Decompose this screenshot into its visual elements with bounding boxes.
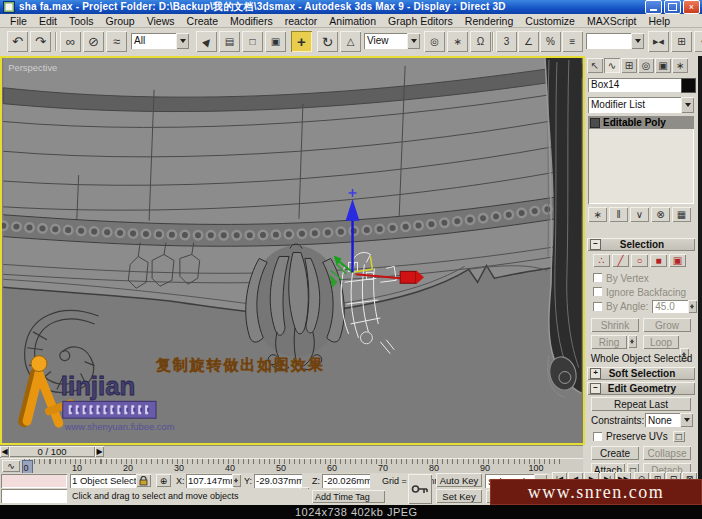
edit-geometry-rollout-header[interactable]: −Edit Geometry (587, 382, 695, 395)
preserve-uvs-checkbox[interactable]: Preserve UVs □ (593, 431, 685, 442)
y-coord-field[interactable]: -29.037mm (254, 474, 302, 488)
modifier-list-dropdown[interactable]: Modifier List (588, 97, 694, 113)
redo-icon[interactable]: ↷ (30, 31, 51, 52)
auto-key-button[interactable]: Auto Key (436, 473, 482, 487)
chevron-down-icon[interactable] (631, 33, 644, 49)
selection-lock-icon[interactable] (136, 474, 151, 487)
align-icon[interactable]: ⊞ (671, 31, 692, 52)
select-and-move-icon[interactable]: + (291, 31, 312, 52)
maxscript-mini-listener-pink[interactable] (1, 474, 67, 488)
unlink-selection-icon[interactable]: ⊘ (83, 31, 104, 52)
repeat-last-button[interactable]: Repeat Last (591, 397, 691, 411)
soft-selection-rollout-header[interactable]: +Soft Selection (587, 367, 695, 380)
collapse-button[interactable]: Collapse (643, 446, 691, 460)
polygon-mode-icon[interactable]: ■ (650, 254, 667, 267)
chevron-down-icon[interactable] (407, 33, 420, 49)
tab-hierarchy-icon[interactable]: ⊞ (621, 58, 637, 73)
menu-help[interactable]: Help (643, 15, 677, 27)
viewport-label[interactable]: Perspective (8, 62, 57, 73)
menu-create[interactable]: Create (181, 15, 225, 27)
time-slider-handle[interactable]: 0 / 100 (9, 446, 95, 457)
chevron-down-icon[interactable] (176, 33, 189, 49)
element-mode-icon[interactable]: ▣ (669, 254, 686, 267)
time-slider[interactable]: ◀ 0 / 100 ▶ (0, 445, 583, 458)
z-coord-field[interactable]: -20.026mm (322, 474, 370, 488)
object-name-input[interactable]: Box14 (588, 78, 682, 92)
select-object-icon[interactable]: ▶ (196, 31, 217, 52)
menu-graph-editors[interactable]: Graph Editors (382, 15, 459, 27)
add-time-tag-button[interactable]: Add Time Tag (312, 490, 385, 503)
x-coord-field[interactable]: 107.147mm (186, 474, 234, 488)
use-pivot-center-icon[interactable]: ◎ (424, 31, 445, 52)
select-and-manipulate-icon[interactable]: ∗ (447, 31, 468, 52)
by-angle-spinner[interactable] (688, 300, 697, 313)
tab-utilities-icon[interactable]: ∗ (672, 58, 688, 73)
grow-button[interactable]: Grow (643, 318, 691, 332)
undo-icon[interactable]: ↶ (7, 31, 28, 52)
by-vertex-checkbox[interactable]: By Vertex (593, 272, 649, 284)
chevron-down-icon[interactable] (680, 413, 693, 427)
mirror-icon[interactable]: ▶◀ (648, 31, 669, 52)
menu-rendering[interactable]: Rendering (459, 15, 519, 27)
menu-views[interactable]: Views (141, 15, 181, 27)
select-by-name-icon[interactable]: ▤ (219, 31, 240, 52)
percent-snap-icon[interactable]: % (540, 31, 561, 52)
border-mode-icon[interactable]: ○ (631, 254, 648, 267)
remove-modifier-icon[interactable]: ⊗ (651, 207, 670, 222)
perspective-viewport[interactable]: Perspective 复制旋转做出如图效果 linjian www.sheny… (0, 56, 585, 445)
tab-display-icon[interactable]: ▣ (655, 58, 671, 73)
menu-file[interactable]: File (4, 15, 33, 27)
bind-to-spacewarp-icon[interactable]: ≈ (106, 31, 127, 52)
reference-coordinate-dropdown[interactable]: View (364, 33, 420, 49)
close-button[interactable]: × (683, 0, 700, 14)
shrink-button[interactable]: Shrink (591, 318, 639, 332)
select-and-scale-icon[interactable]: △ (340, 31, 361, 52)
absolute-offset-toggle-icon[interactable]: ⊕ (156, 474, 171, 487)
menu-tools[interactable]: Tools (63, 15, 100, 27)
modifier-stack[interactable]: Editable Poly (588, 116, 694, 204)
x-spinner[interactable] (232, 474, 241, 487)
curve-editor-icon[interactable]: ∿ (694, 31, 702, 52)
modifier-stack-row[interactable]: Editable Poly (588, 116, 694, 129)
maxscript-mini-listener-white[interactable] (1, 489, 67, 503)
ring-spinner[interactable] (628, 335, 637, 348)
menu-modifiers[interactable]: Modifiers (224, 15, 279, 27)
constraints-dropdown[interactable]: None (645, 413, 693, 427)
menu-reactor[interactable]: reactor (279, 15, 324, 27)
configure-modifier-sets-icon[interactable]: ▦ (672, 207, 691, 222)
selection-filter-dropdown[interactable]: All (131, 33, 189, 49)
object-color-swatch[interactable] (681, 78, 696, 93)
pin-stack-icon[interactable]: ∗ (588, 207, 607, 222)
snap-toggle-3d-icon[interactable]: 3 (496, 31, 517, 52)
tab-create-icon[interactable]: ↖ (587, 58, 603, 73)
loop-button[interactable]: Loop (643, 335, 679, 349)
preserve-uvs-settings-icon[interactable]: □ (673, 431, 685, 442)
create-button[interactable]: Create (591, 446, 639, 460)
ignore-backfacing-checkbox[interactable]: Ignore Backfacing (593, 286, 686, 298)
by-angle-checkbox[interactable]: By Angle: 45.0 (593, 300, 697, 313)
selection-rollout-header[interactable]: −Selection (587, 238, 695, 251)
ring-button[interactable]: Ring (591, 335, 627, 349)
tab-motion-icon[interactable]: ◎ (638, 58, 654, 73)
rectangular-region-icon[interactable]: □ (242, 31, 263, 52)
previous-frame-icon[interactable]: ◀ (0, 446, 9, 457)
chevron-down-icon[interactable] (681, 97, 694, 113)
vertex-mode-icon[interactable]: ∴ (593, 254, 610, 267)
window-crossing-icon[interactable]: ▣ (265, 31, 286, 52)
set-key-button[interactable]: Set Key (436, 489, 482, 503)
menu-animation[interactable]: Animation (323, 15, 382, 27)
set-keys-key-icon[interactable] (408, 474, 432, 504)
viewport-canvas[interactable]: Perspective 复制旋转做出如图效果 linjian www.sheny… (2, 58, 583, 443)
minimize-button[interactable] (645, 0, 662, 14)
keyboard-override-icon[interactable]: Ω (470, 31, 491, 52)
show-end-result-icon[interactable]: ‖ (609, 207, 628, 222)
select-and-link-icon[interactable]: ∞ (60, 31, 81, 52)
named-selection-sets-dropdown[interactable] (586, 33, 644, 49)
next-frame-icon[interactable]: ▶ (95, 446, 104, 457)
tab-modify-icon[interactable]: ∿ (604, 58, 620, 73)
menu-customize[interactable]: Customize (519, 15, 581, 27)
select-and-rotate-icon[interactable]: ↻ (317, 31, 338, 52)
menu-maxscript[interactable]: MAXScript (581, 15, 643, 27)
spinner-snap-icon[interactable]: ≡ (562, 31, 583, 52)
edge-mode-icon[interactable]: ╱ (612, 254, 629, 267)
